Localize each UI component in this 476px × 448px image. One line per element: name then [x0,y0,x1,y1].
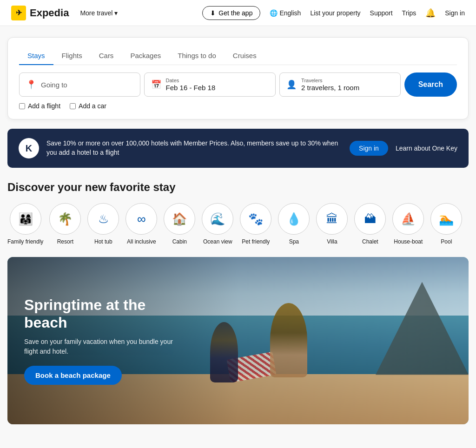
dates-field[interactable]: 📅 Dates Feb 16 - Feb 18 [144,72,276,97]
category-icon-ocean-view: 🌊 [202,203,233,235]
travelers-field[interactable]: 👤 Travelers 2 travelers, 1 room [279,72,401,97]
category-label-pet-friendly: Pet friendly [242,238,270,246]
add-flight-checkbox[interactable]: Add a flight [19,102,60,110]
add-options: Add a flight Add a car [19,102,457,110]
category-icon-pool: 🏊 [430,203,462,235]
category-resort[interactable]: 🌴 Resort [49,203,81,246]
category-villa[interactable]: 🏛 Villa [316,203,348,246]
category-icon-family-friendly: 👨‍👩‍👧 [10,203,41,235]
trips-link[interactable]: Trips [402,9,416,17]
list-property-link[interactable]: List your property [310,9,360,17]
going-to-placeholder: Going to [41,81,67,89]
beach-title: Springtime at the beach [24,296,173,332]
discover-title: Discover your new favorite stay [7,181,469,194]
category-icon-resort: 🌴 [49,203,81,235]
category-all-inclusive[interactable]: ∞ All inclusive [125,203,158,246]
support-link[interactable]: Support [370,9,393,17]
tab-stays[interactable]: Stays [19,47,53,65]
category-icon-spa: 💧 [278,203,310,235]
nav-right: ⬇ Get the app 🌐 English List your proper… [202,6,465,20]
logo-icon: ✈ [11,6,26,20]
book-beach-package-button[interactable]: Book a beach package [24,366,122,385]
notifications-bell-icon[interactable]: 🔔 [425,8,436,18]
category-label-chalet: Chalet [362,238,378,246]
language-selector[interactable]: 🌐 English [270,9,301,17]
category-label-all-inclusive: All inclusive [127,238,156,246]
promo-learn-link[interactable]: Learn about One Key [396,145,457,152]
category-icon-villa: 🏛 [316,203,348,235]
category-grid: 👨‍👩‍👧 Family friendly 🌴 Resort ♨ Hot tub… [7,203,469,246]
category-icon-cabin: 🏠 [164,203,195,235]
tab-cruises[interactable]: Cruises [225,47,265,65]
calendar-icon: 📅 [151,79,161,90]
category-icon-chalet: 🏔 [354,203,386,235]
category-hot-tub[interactable]: ♨ Hot tub [87,203,119,246]
get-app-button[interactable]: ⬇ Get the app [202,6,260,20]
category-ocean-view[interactable]: 🌊 Ocean view [201,203,234,246]
travelers-inner: Travelers 2 travelers, 1 room [301,78,359,92]
promo-actions: Sign in Learn about One Key [350,141,457,156]
category-label-villa: Villa [327,238,337,246]
discover-section: Discover your new favorite stay 👨‍👩‍👧 Fa… [7,181,469,246]
tab-packages[interactable]: Packages [122,47,169,65]
chevron-down-icon: ▾ [114,9,118,17]
search-tabs: Stays Flights Cars Packages Things to do… [19,47,457,65]
category-label-cabin: Cabin [172,238,187,246]
promo-k-avatar: K [19,138,39,158]
category-icon-all-inclusive: ∞ [126,203,157,235]
person-icon: 👤 [286,79,297,90]
main-content: Stays Flights Cars Packages Things to do… [0,26,476,424]
category-label-hot-tub: Hot tub [94,238,112,246]
going-to-field[interactable]: 📍 Going to [19,72,140,97]
beach-content: Springtime at the beach Save on your fam… [24,296,173,385]
navbar: ✈ Expedia More travel ▾ ⬇ Get the app 🌐 … [0,0,476,26]
category-icon-pet-friendly: 🐾 [240,203,271,235]
category-icon-houseboat: ⛵ [392,203,424,235]
tab-things-to-do[interactable]: Things to do [169,47,225,65]
category-cabin[interactable]: 🏠 Cabin [163,203,196,246]
category-spa[interactable]: 💧 Spa [278,203,310,246]
logo-text: Expedia [30,7,69,19]
category-label-resort: Resort [57,238,73,246]
add-flight-input[interactable] [19,103,25,109]
category-label-ocean-view: Ocean view [203,238,232,246]
promo-banner: K Save 10% or more on over 100,000 hotel… [7,129,469,168]
going-to-inner: Going to [41,81,67,89]
search-inputs: 📍 Going to 📅 Dates Feb 16 - Feb 18 👤 Tra… [19,72,457,97]
promo-text: Save 10% or more on over 100,000 hotels … [46,139,342,157]
category-label-houseboat: House-boat [394,238,423,246]
add-car-checkbox[interactable]: Add a car [70,102,106,110]
location-icon: 📍 [26,79,36,90]
sign-in-link[interactable]: Sign in [445,9,465,17]
beach-subtitle: Save on your family vacation when you bu… [24,337,173,356]
category-pet-friendly[interactable]: 🐾 Pet friendly [239,203,272,246]
category-family-friendly[interactable]: 👨‍👩‍👧 Family friendly [7,203,43,246]
search-button[interactable]: Search [404,72,457,97]
dates-inner: Dates Feb 16 - Feb 18 [166,78,216,92]
category-houseboat[interactable]: ⛵ House-boat [392,203,424,246]
logo[interactable]: ✈ Expedia [11,6,69,20]
category-pool[interactable]: 🏊 Pool [430,203,463,246]
beach-banner: Springtime at the beach Save on your fam… [7,257,469,424]
search-card: Stays Flights Cars Packages Things to do… [7,37,469,119]
category-icon-hot-tub: ♨ [87,203,119,235]
more-travel-button[interactable]: More travel ▾ [80,9,118,17]
tab-flights[interactable]: Flights [53,47,91,65]
category-label-pool: Pool [441,238,452,246]
promo-signin-button[interactable]: Sign in [350,141,388,156]
category-label-spa: Spa [289,238,299,246]
category-chalet[interactable]: 🏔 Chalet [354,203,386,246]
category-label-family-friendly: Family friendly [7,238,43,246]
tab-cars[interactable]: Cars [91,47,122,65]
globe-icon: 🌐 [270,9,278,17]
add-car-input[interactable] [70,103,76,109]
download-icon: ⬇ [210,9,216,17]
